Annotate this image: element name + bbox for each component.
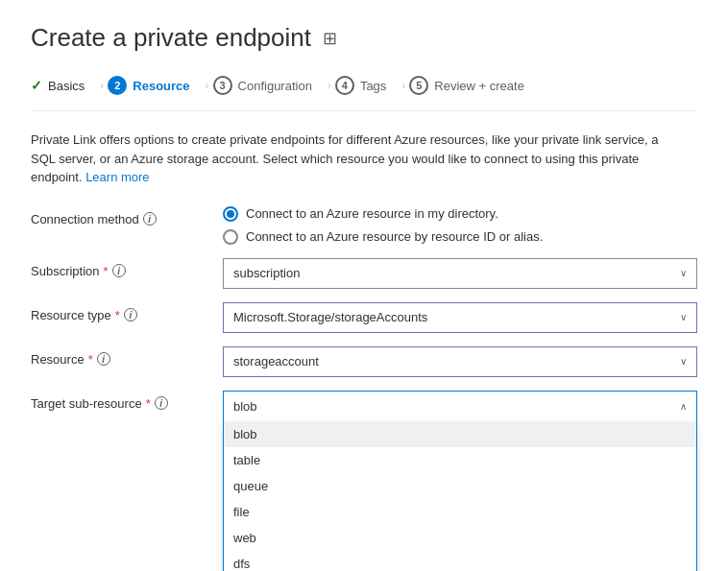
subscription-value: subscription	[233, 266, 300, 280]
info-icon-subscription[interactable]: i	[112, 264, 126, 277]
required-star-resource: *	[88, 352, 93, 367]
info-icon-target-sub-resource[interactable]: i	[155, 396, 168, 410]
step-circle-configuration: 3	[213, 76, 232, 95]
step-label-basics: Basics	[48, 79, 85, 93]
required-star-resource-type: *	[115, 308, 120, 322]
info-icon-resource-type[interactable]: i	[124, 308, 137, 321]
label-connection-method: Connection method i	[31, 206, 223, 226]
label-subscription: Subscription * i	[31, 258, 223, 278]
label-resource: Resource * i	[31, 346, 223, 367]
dropdown-item-table[interactable]: table	[224, 447, 696, 473]
target-sub-resource-value: blob	[233, 399, 257, 414]
learn-more-link[interactable]: Learn more	[85, 170, 149, 184]
step-checkmark-basics: ✓	[31, 78, 42, 93]
wizard-sep-4: ›	[401, 79, 405, 92]
radio-input-directory[interactable]	[223, 206, 238, 222]
wizard-step-tags[interactable]: 4 Tags	[335, 72, 398, 99]
step-label-review: Review + create	[434, 79, 524, 93]
page-title-icon[interactable]: ⊞	[323, 28, 337, 49]
connection-method-control: Connect to an Azure resource in my direc…	[223, 206, 697, 245]
page-container: Create a private endpoint ⊞ ✓ Basics › 2…	[0, 0, 728, 571]
target-sub-resource-container: blob ∧ blob table queue file web dfs	[223, 391, 697, 421]
info-icon-connection-method[interactable]: i	[143, 212, 157, 226]
radio-option-resource-id[interactable]: Connect to an Azure resource by resource…	[223, 229, 697, 245]
description-text: Private Link offers options to create pr…	[31, 131, 684, 187]
wizard-sep-2: ›	[206, 79, 209, 92]
form-row-target-sub-resource: Target sub-resource * i blob ∧ blob tabl…	[31, 391, 697, 421]
page-title-row: Create a private endpoint ⊞	[31, 23, 697, 53]
wizard-sep-3: ›	[328, 79, 331, 92]
step-label-tags: Tags	[360, 79, 386, 93]
subscription-control: subscription ∨	[223, 258, 697, 289]
wizard-step-review[interactable]: 5 Review + create	[409, 72, 536, 99]
dropdown-item-blob[interactable]: blob	[224, 421, 696, 447]
chevron-down-icon-subscription: ∨	[680, 268, 687, 278]
resource-type-control: Microsoft.Storage/storageAccounts ∨	[223, 302, 697, 333]
form-row-resource: Resource * i storageaccount ∨	[31, 346, 697, 377]
label-target-sub-resource: Target sub-resource * i	[31, 391, 223, 411]
wizard-step-resource[interactable]: 2 Resource	[108, 72, 201, 99]
step-circle-tags: 4	[335, 76, 354, 95]
step-circle-resource: 2	[108, 76, 127, 95]
dropdown-item-file[interactable]: file	[224, 499, 696, 525]
required-star-target-sub-resource: *	[146, 396, 151, 411]
dropdown-item-dfs[interactable]: dfs	[224, 551, 696, 572]
form-row-subscription: Subscription * i subscription ∨	[31, 258, 697, 289]
chevron-down-icon-resource: ∨	[680, 356, 687, 367]
resource-type-value: Microsoft.Storage/storageAccounts	[233, 310, 427, 324]
target-sub-resource-dropdown[interactable]: blob ∧	[223, 391, 697, 421]
wizard-sep-1: ›	[100, 79, 104, 92]
chevron-down-icon-resource-type: ∨	[680, 312, 687, 322]
target-sub-resource-control: blob ∧ blob table queue file web dfs	[223, 391, 697, 421]
radio-group-connection: Connect to an Azure resource in my direc…	[223, 206, 697, 245]
form-row-connection-method: Connection method i Connect to an Azure …	[31, 206, 697, 245]
target-sub-resource-list: blob table queue file web dfs	[223, 421, 697, 572]
page-title: Create a private endpoint	[31, 23, 311, 53]
resource-dropdown[interactable]: storageaccount ∨	[223, 346, 697, 377]
step-label-configuration: Configuration	[238, 79, 312, 93]
wizard-step-basics[interactable]: ✓ Basics	[31, 74, 96, 97]
wizard-step-configuration[interactable]: 3 Configuration	[213, 72, 324, 99]
info-icon-resource[interactable]: i	[97, 352, 110, 366]
dropdown-item-web[interactable]: web	[224, 525, 696, 551]
radio-option-directory[interactable]: Connect to an Azure resource in my direc…	[223, 206, 697, 222]
label-resource-type: Resource type * i	[31, 302, 223, 322]
subscription-dropdown[interactable]: subscription ∨	[223, 258, 697, 289]
chevron-up-icon-target-sub-resource: ∧	[680, 401, 687, 412]
step-label-resource: Resource	[133, 79, 189, 93]
resource-value: storageaccount	[233, 354, 319, 369]
radio-input-resource-id[interactable]	[223, 229, 238, 245]
form-row-resource-type: Resource type * i Microsoft.Storage/stor…	[31, 302, 697, 333]
wizard-steps: ✓ Basics › 2 Resource › 3 Configuration …	[31, 72, 697, 111]
dropdown-item-queue[interactable]: queue	[224, 473, 696, 499]
resource-control: storageaccount ∨	[223, 346, 697, 377]
step-circle-review: 5	[409, 76, 428, 95]
resource-type-dropdown[interactable]: Microsoft.Storage/storageAccounts ∨	[223, 302, 697, 333]
required-star-subscription: *	[104, 264, 109, 278]
